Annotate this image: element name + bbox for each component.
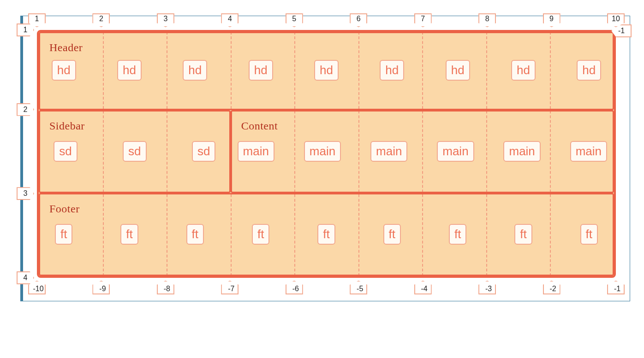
area-tag: ft xyxy=(449,224,466,245)
col-marker-bottom: -2 xyxy=(543,281,561,294)
col-marker-top: 3 xyxy=(157,13,174,27)
col-marker-bottom: -5 xyxy=(350,281,367,294)
col-marker-bottom: -1 xyxy=(607,281,625,294)
area-tag: ft xyxy=(383,224,401,245)
area-title-footer: Footer xyxy=(49,203,608,215)
col-marker-top: 7 xyxy=(414,13,432,27)
area-tag: ft xyxy=(252,224,269,245)
area-tag: hd xyxy=(52,60,76,81)
area-tag: ft xyxy=(120,224,138,245)
area-title-sidebar: Sidebar xyxy=(49,120,225,132)
area-footer: Footer ftftftftftftftftft xyxy=(39,193,614,276)
area-tag: main xyxy=(570,141,607,162)
area-tag: main xyxy=(437,141,474,162)
area-tag: ft xyxy=(55,224,72,245)
area-title-header: Header xyxy=(49,41,608,54)
area-tag: hd xyxy=(511,60,536,81)
row-marker-left: 3 xyxy=(17,187,34,200)
area-tag: hd xyxy=(117,60,142,81)
area-tag: sd xyxy=(123,141,146,162)
area-tag: ft xyxy=(580,224,598,245)
area-header: Header hdhdhdhdhdhdhdhdhd xyxy=(39,32,614,110)
col-marker-bottom: -4 xyxy=(414,281,432,294)
col-marker-bottom: -8 xyxy=(157,281,174,294)
col-marker-top: 6 xyxy=(350,13,367,27)
area-tag: main xyxy=(238,141,274,162)
area-tag: ft xyxy=(514,224,532,245)
col-marker-bottom: -3 xyxy=(478,281,496,294)
area-tag: hd xyxy=(183,60,207,81)
row-marker-left: 2 xyxy=(17,103,34,116)
col-marker-top: 2 xyxy=(92,13,110,27)
area-tag: main xyxy=(503,141,540,162)
diagram-frame: -1 Header hdhdhdhdhdhdhdhdhd Sidebar sds… xyxy=(20,16,630,301)
area-tag: hd xyxy=(249,60,273,81)
area-tag: hd xyxy=(314,60,339,81)
col-marker-top: 4 xyxy=(221,13,239,27)
area-title-content: Content xyxy=(241,120,608,132)
row-marker-left: 4 xyxy=(17,271,34,284)
col-marker-top: 5 xyxy=(286,13,303,27)
area-tag: hd xyxy=(577,60,601,81)
grid: Header hdhdhdhdhdhdhdhdhd Sidebar sdsdsd… xyxy=(37,30,616,278)
area-tag: ft xyxy=(186,224,204,245)
col-marker-bottom: -6 xyxy=(286,281,303,294)
area-tag: main xyxy=(304,141,341,162)
area-tag: hd xyxy=(446,60,470,81)
area-tag: main xyxy=(370,141,407,162)
row-marker-left: 1 xyxy=(17,23,34,36)
area-tag: ft xyxy=(317,224,335,245)
col-marker-bottom: -9 xyxy=(92,281,110,294)
col-marker-top: 8 xyxy=(478,13,496,27)
area-tag: hd xyxy=(380,60,404,81)
col-marker-top: 9 xyxy=(543,13,561,27)
area-tag: sd xyxy=(54,141,77,162)
col-marker-bottom: -7 xyxy=(221,281,239,294)
area-sidebar: Sidebar sdsdsd xyxy=(39,110,231,193)
area-tag: sd xyxy=(192,141,215,162)
area-content: Content mainmainmainmainmainmain xyxy=(231,110,614,193)
